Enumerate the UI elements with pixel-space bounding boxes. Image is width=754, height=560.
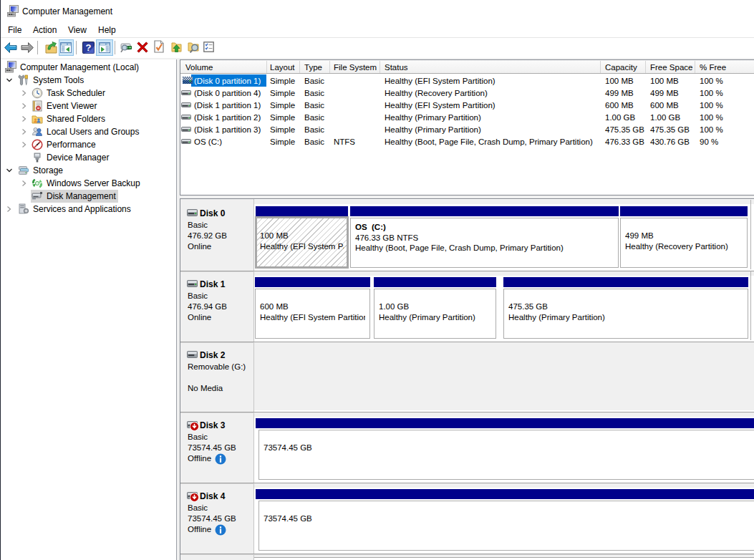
svg-text:?: ? xyxy=(85,42,91,53)
